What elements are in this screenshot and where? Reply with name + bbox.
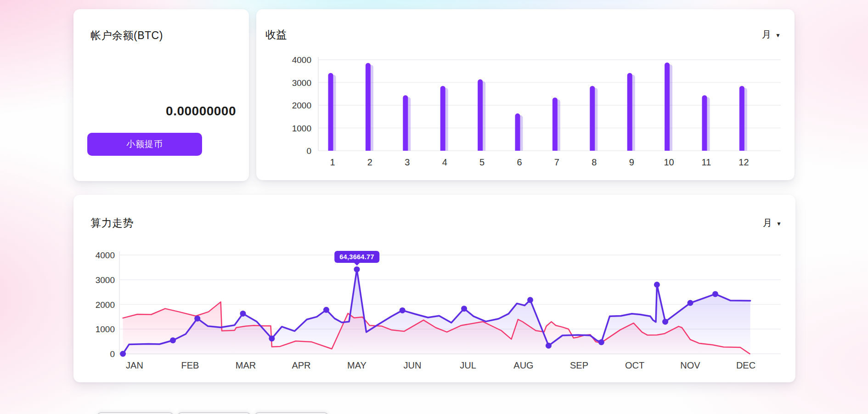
earnings-bar-9[interactable] <box>627 73 635 151</box>
bar[interactable] <box>478 79 483 151</box>
data-point-marker[interactable] <box>323 307 329 313</box>
balance-card-title: 帐户余额(BTC) <box>90 28 163 43</box>
y-axis-tick: 4000 <box>96 250 115 260</box>
bar[interactable] <box>328 73 333 151</box>
data-point-marker[interactable] <box>546 343 552 349</box>
below-fold-card-top <box>177 412 251 414</box>
earnings-bar-1[interactable] <box>328 73 336 151</box>
data-point-marker[interactable] <box>269 335 275 341</box>
y-axis-tick: 4000 <box>292 55 311 65</box>
data-point-marker[interactable] <box>120 351 126 357</box>
balance-card: 帐户余额(BTC) 0.00000000 小额提币 <box>73 9 249 181</box>
x-axis-tick: 4 <box>442 157 447 167</box>
x-axis-tick: 10 <box>664 157 674 167</box>
y-axis-tick: 2000 <box>96 300 115 310</box>
bar[interactable] <box>739 86 744 151</box>
data-point-marker[interactable] <box>354 267 360 272</box>
data-point-marker[interactable] <box>662 319 668 325</box>
x-axis-tick: OCT <box>625 360 644 370</box>
x-axis-tick: JUL <box>460 360 476 370</box>
data-point-marker[interactable] <box>712 291 718 297</box>
x-axis-tick: FEB <box>181 360 199 370</box>
below-fold-card-top <box>97 412 174 414</box>
data-point-marker[interactable] <box>400 307 406 313</box>
bar[interactable] <box>440 86 445 151</box>
below-fold-card-top <box>254 412 328 414</box>
bar[interactable] <box>366 63 371 151</box>
y-axis-tick: 1000 <box>96 324 115 334</box>
x-axis-tick: NOV <box>680 360 700 370</box>
earnings-bar-4[interactable] <box>440 86 448 151</box>
y-axis-tick: 3000 <box>96 275 115 285</box>
y-axis-tick: 3000 <box>292 78 311 88</box>
x-axis-tick: MAR <box>236 360 256 370</box>
data-point-marker[interactable] <box>598 339 604 345</box>
bar[interactable] <box>515 113 520 151</box>
x-axis-tick: 12 <box>738 157 749 167</box>
x-axis-tick: 8 <box>592 157 597 167</box>
earnings-bar-2[interactable] <box>366 63 373 151</box>
earnings-bar-3[interactable] <box>403 95 411 151</box>
data-point-marker[interactable] <box>170 337 176 343</box>
y-axis-tick: 2000 <box>292 101 311 110</box>
bar[interactable] <box>552 97 558 151</box>
earnings-bar-6[interactable] <box>515 113 523 151</box>
x-axis-tick: MAY <box>347 360 366 370</box>
x-axis-tick: 9 <box>629 157 634 167</box>
x-axis-tick: APR <box>292 360 310 370</box>
balance-value: 0.00000000 <box>166 104 236 119</box>
data-point-marker[interactable] <box>194 316 200 322</box>
data-point-marker[interactable] <box>527 297 533 303</box>
x-axis-tick: SEP <box>570 360 588 370</box>
earnings-card: 收益 月 ▼ 01000200030004000123456789101112 <box>256 9 795 180</box>
earnings-bar-10[interactable] <box>665 62 672 151</box>
hashrate-card: 算力走势 月 ▼ 01000200030004000JANFEBMARAPRMA… <box>73 195 795 382</box>
x-axis-tick: 3 <box>405 157 410 167</box>
chart-tooltip: 64,3664.77 <box>334 251 379 263</box>
x-axis-tick: AUG <box>513 360 533 370</box>
x-axis-tick: 7 <box>554 157 559 167</box>
data-point-marker[interactable] <box>688 300 693 306</box>
data-point-marker[interactable] <box>461 306 467 312</box>
data-point-marker[interactable] <box>240 311 246 317</box>
earnings-bar-8[interactable] <box>590 86 597 151</box>
x-axis-tick: 5 <box>479 157 485 167</box>
bar[interactable] <box>665 62 670 151</box>
x-axis-tick: JUN <box>404 360 422 370</box>
x-axis-tick: 11 <box>702 157 711 167</box>
bar[interactable] <box>403 95 408 151</box>
x-axis-tick: JAN <box>126 360 143 370</box>
x-axis-tick: 2 <box>367 157 372 167</box>
y-axis-tick: 0 <box>306 146 311 156</box>
x-axis-tick: 6 <box>517 157 522 167</box>
withdraw-button[interactable]: 小额提币 <box>87 133 202 156</box>
y-axis-tick: 1000 <box>292 124 311 133</box>
data-point-marker[interactable] <box>654 282 660 288</box>
bar[interactable] <box>627 73 632 151</box>
bar[interactable] <box>702 95 707 151</box>
bar[interactable] <box>590 86 595 151</box>
earnings-bar-7[interactable] <box>552 97 560 151</box>
x-axis-tick: 1 <box>330 157 335 167</box>
earnings-bar-5[interactable] <box>478 79 485 151</box>
hashrate-line-chart[interactable]: 01000200030004000JANFEBMARAPRMAYJUNJULAU… <box>73 195 795 382</box>
x-axis-tick: DEC <box>736 360 755 370</box>
earnings-bar-11[interactable] <box>702 95 710 151</box>
y-axis-tick: 0 <box>110 349 115 359</box>
earnings-bar-chart[interactable]: 01000200030004000123456789101112 <box>256 9 795 180</box>
earnings-bar-12[interactable] <box>739 86 747 151</box>
